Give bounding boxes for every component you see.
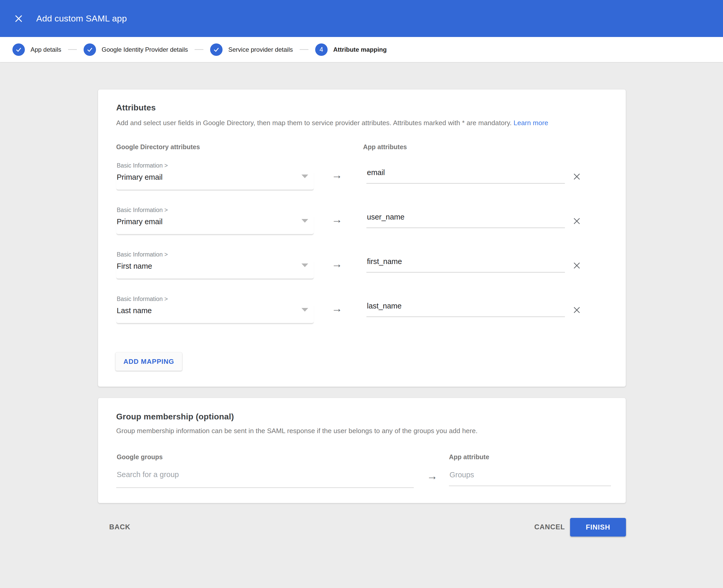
- attributes-card: Attributes Add and select user fields in…: [98, 89, 626, 387]
- google-groups-column-header: Google groups: [117, 453, 163, 461]
- mapping-row: Basic Information > Last name →: [98, 292, 626, 336]
- attribute-category-label: Basic Information >: [117, 296, 168, 302]
- directory-attributes-column-header: Google Directory attributes: [116, 143, 200, 151]
- mapping-row: Basic Information > Primary email →: [98, 159, 626, 203]
- app-header: Add custom SAML app: [0, 0, 723, 37]
- learn-more-link[interactable]: Learn more: [514, 119, 548, 127]
- step-label: Google Identity Provider details: [102, 46, 188, 53]
- maps-to-arrow-icon: →: [332, 169, 342, 181]
- maps-to-arrow-icon: →: [427, 470, 438, 482]
- maps-to-arrow-icon: →: [332, 258, 342, 270]
- step-google-idp-details[interactable]: Google Identity Provider details: [84, 43, 188, 56]
- attributes-card-title: Attributes: [116, 103, 156, 112]
- step-completed-check-icon: [84, 43, 96, 56]
- cancel-button[interactable]: CANCEL: [529, 518, 570, 536]
- app-attribute-column-header: App attribute: [449, 453, 489, 461]
- directory-attribute-value: Primary email: [117, 217, 162, 226]
- group-app-attribute-input[interactable]: [449, 467, 611, 486]
- directory-attribute-value: First name: [117, 262, 152, 271]
- step-connector: [68, 49, 77, 50]
- attributes-card-description: Add and select user fields in Google Dir…: [116, 119, 548, 127]
- app-attribute-input[interactable]: [366, 165, 565, 184]
- finish-button[interactable]: FINISH: [570, 518, 626, 537]
- app-attributes-column-header: App attributes: [363, 143, 407, 151]
- remove-mapping-icon[interactable]: [571, 304, 582, 316]
- attributes-description-text: Add and select user fields in Google Dir…: [116, 119, 511, 127]
- directory-attribute-value: Primary email: [117, 173, 162, 182]
- step-label: Attribute mapping: [333, 46, 387, 53]
- maps-to-arrow-icon: →: [332, 302, 342, 315]
- app-attribute-input[interactable]: [366, 298, 565, 317]
- step-service-provider-details[interactable]: Service provider details: [210, 43, 293, 56]
- attribute-category-label: Basic Information >: [117, 162, 168, 169]
- mapping-row: Basic Information > Primary email →: [98, 203, 626, 248]
- close-icon[interactable]: [13, 13, 24, 24]
- group-membership-card: Group membership (optional) Group member…: [98, 398, 626, 503]
- step-completed-check-icon: [210, 43, 223, 56]
- add-mapping-button[interactable]: ADD MAPPING: [115, 352, 182, 371]
- group-card-title: Group membership (optional): [116, 412, 234, 421]
- step-app-details[interactable]: App details: [13, 43, 61, 56]
- directory-attribute-dropdown[interactable]: Primary email: [116, 171, 314, 190]
- dropdown-caret-icon: [301, 264, 308, 267]
- step-label: Service provider details: [228, 46, 293, 53]
- app-attribute-input[interactable]: [366, 209, 565, 228]
- dropdown-caret-icon: [301, 174, 308, 178]
- mapping-row: Basic Information > First name →: [98, 248, 626, 292]
- directory-attribute-dropdown[interactable]: First name: [116, 260, 314, 279]
- dropdown-caret-icon: [301, 308, 308, 312]
- directory-attribute-value: Last name: [117, 307, 152, 315]
- remove-mapping-icon[interactable]: [571, 260, 582, 271]
- dropdown-caret-icon: [301, 219, 308, 223]
- group-search-input[interactable]: [116, 466, 414, 488]
- directory-attribute-dropdown[interactable]: Primary email: [116, 216, 314, 234]
- remove-mapping-icon[interactable]: [571, 171, 582, 182]
- step-connector: [195, 49, 203, 50]
- step-completed-check-icon: [13, 43, 25, 56]
- attribute-category-label: Basic Information >: [117, 207, 168, 214]
- step-number-badge: 4: [315, 43, 327, 56]
- page-title: Add custom SAML app: [36, 14, 127, 23]
- back-button[interactable]: BACK: [104, 518, 135, 536]
- group-card-description: Group membership information can be sent…: [116, 427, 478, 435]
- maps-to-arrow-icon: →: [332, 213, 342, 226]
- step-number: 4: [320, 46, 323, 53]
- wizard-stepper: App details Google Identity Provider det…: [0, 37, 723, 62]
- step-connector: [300, 49, 308, 50]
- step-label: App details: [31, 46, 61, 53]
- remove-mapping-icon[interactable]: [571, 215, 582, 227]
- app-attribute-input[interactable]: [366, 254, 565, 273]
- attribute-category-label: Basic Information >: [117, 251, 168, 258]
- directory-attribute-dropdown[interactable]: Last name: [116, 305, 314, 323]
- step-attribute-mapping[interactable]: 4 Attribute mapping: [315, 43, 387, 56]
